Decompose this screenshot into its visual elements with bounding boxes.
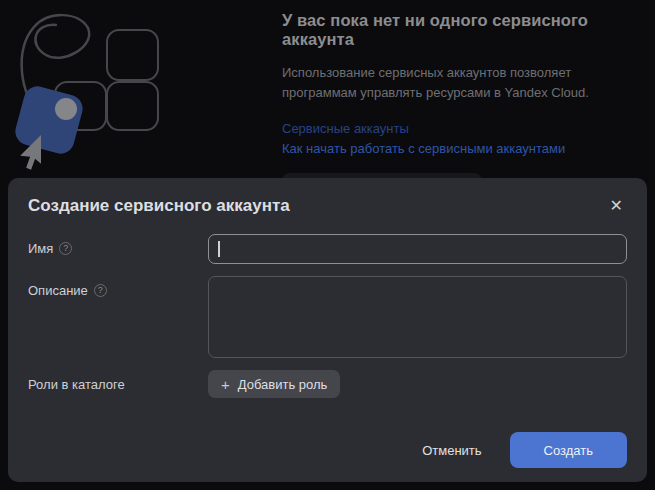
getting-started-link[interactable]: Как начать работать с сервисными аккаунт… [282,139,642,159]
submit-create-button[interactable]: Создать [510,432,627,468]
add-role-button[interactable]: + Добавить роль [208,370,340,398]
text-cursor [218,241,220,257]
grid-square-icon [107,82,158,130]
service-accounts-illustration [0,0,215,175]
empty-state-title: У вас пока нет ни одного сервисного акка… [282,11,642,49]
name-field-label: Имя ? [28,234,208,256]
name-field-row: Имя ? [28,234,627,264]
roles-label-text: Роли в каталоге [28,377,125,392]
name-input[interactable] [208,234,627,264]
empty-state-content: У вас пока нет ни одного сервисного акка… [282,11,642,203]
roles-field-row: Роли в каталоге + Добавить роль [28,370,627,398]
add-role-button-label: Добавить роль [238,377,328,392]
description-field-row: Описание ? [28,276,627,358]
help-icon[interactable]: ? [59,242,72,255]
description-label-text: Описание [28,283,88,298]
name-input-wrap [208,234,627,264]
cancel-button[interactable]: Отменить [404,432,499,468]
blue-square-icon [12,83,85,156]
modal-title: Создание сервисного аккаунта [28,196,290,216]
create-service-account-modal: Создание сервисного аккаунта ✕ Имя ? Опи… [8,178,647,482]
modal-header: Создание сервисного аккаунта ✕ [28,194,627,218]
roles-field-label: Роли в каталоге [28,370,208,392]
grid-square-icon [107,30,158,80]
description-field-label: Описание ? [28,276,208,298]
plus-icon: + [221,377,230,392]
description-textarea[interactable] [208,276,627,358]
help-icon[interactable]: ? [94,284,107,297]
dot-icon [55,98,77,120]
empty-state-links: Сервисные аккаунты Как начать работать с… [282,119,642,159]
modal-footer: Отменить Создать [404,432,627,468]
service-accounts-docs-link[interactable]: Сервисные аккаунты [282,119,642,139]
close-icon[interactable]: ✕ [606,198,627,214]
empty-state-description: Использование сервисных аккаунтов позвол… [282,63,614,102]
name-label-text: Имя [28,241,53,256]
